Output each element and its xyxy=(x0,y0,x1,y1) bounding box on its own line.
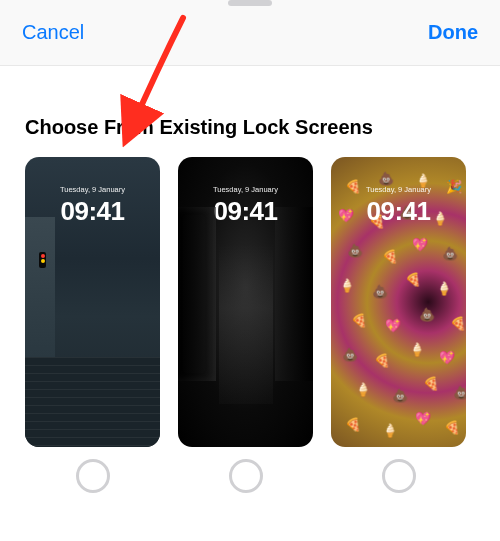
radio-slot xyxy=(331,459,466,493)
cancel-button[interactable]: Cancel xyxy=(22,21,84,44)
radio-option-1[interactable] xyxy=(76,459,110,493)
selection-radio-row xyxy=(0,447,500,493)
preview-time: 09:41 xyxy=(214,196,278,227)
sheet-grabber[interactable] xyxy=(228,0,272,6)
lock-screen-preview: Tuesday, 9 January 09:41 xyxy=(25,157,160,447)
preview-time: 09:41 xyxy=(61,196,125,227)
lock-screens-row: Tuesday, 9 January 09:41 Tuesday, 9 Janu… xyxy=(0,157,500,447)
lock-screen-preview: Tuesday, 9 January 09:41 xyxy=(178,157,313,447)
preview-time: 09:41 xyxy=(367,196,431,227)
radio-option-2[interactable] xyxy=(229,459,263,493)
done-button[interactable]: Done xyxy=(428,21,478,44)
lock-screen-preview: Tuesday, 9 January 09:41 xyxy=(331,157,466,447)
lock-screen-option-1[interactable]: Tuesday, 9 January 09:41 xyxy=(25,157,160,447)
section-title: Choose From Existing Lock Screens xyxy=(0,66,500,157)
preview-date: Tuesday, 9 January xyxy=(366,185,431,194)
lock-screen-option-3[interactable]: 🍕 💩 🍦 🎉 💖 🍕 💩 🍦 💩 🍕 💖 💩 🍦 💩 🍕 🍦 🍕 💖 💩 🍕 … xyxy=(331,157,466,447)
top-bar: Cancel Done xyxy=(0,0,500,66)
preview-date: Tuesday, 9 January xyxy=(60,185,125,194)
radio-slot xyxy=(178,459,313,493)
lock-screen-option-2[interactable]: Tuesday, 9 January 09:41 xyxy=(178,157,313,447)
preview-date: Tuesday, 9 January xyxy=(213,185,278,194)
radio-option-3[interactable] xyxy=(382,459,416,493)
radio-slot xyxy=(25,459,160,493)
